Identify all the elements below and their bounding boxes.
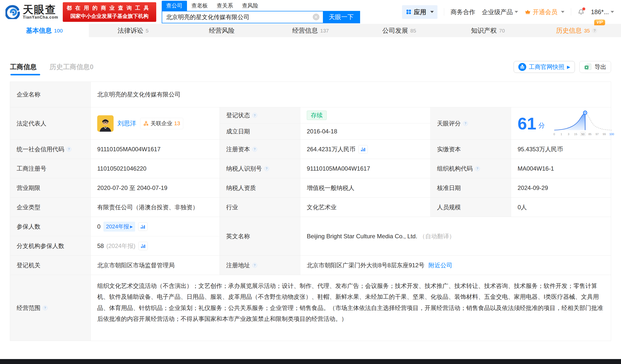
help-icon[interactable]: ? <box>252 263 257 268</box>
field-label: 行业 <box>220 198 300 217</box>
help-icon[interactable]: ? <box>592 28 597 33</box>
snapshot-label: 工商官网快照 <box>529 63 564 71</box>
related-companies-badge[interactable]: 关联企业 13 <box>140 118 183 129</box>
help-icon[interactable]: ? <box>264 166 269 171</box>
tab-label: 历史信息 <box>556 26 582 35</box>
divider <box>571 8 571 16</box>
account-menu[interactable]: 186*... <box>591 8 614 16</box>
nav-enterprise-products[interactable]: 企业级产品 <box>482 8 518 16</box>
tab-business-risk[interactable]: 经营风险 <box>177 24 266 37</box>
svg-text:100: 100 <box>609 132 614 135</box>
svg-text:85: 85 <box>588 132 591 135</box>
subtab-history-registration[interactable]: 历史工商信息0 <box>50 62 93 75</box>
logo-subtitle: TianYanCha.com <box>23 15 58 20</box>
business-term-value: 2020-07-20 至 2040-07-19 <box>91 178 220 197</box>
table-row: 企业名称 北京明亮的星文化传媒有限公司 <box>10 82 611 107</box>
tianyancha-company-page: 天眼查 TianYanCha.com 都在用的商业查询工具 国家中小企业发展子基… <box>0 0 621 364</box>
help-icon[interactable]: ? <box>252 113 257 118</box>
search-input[interactable] <box>162 11 313 23</box>
english-name-value: Beijing Bright Star Culture Media Co., L… <box>300 217 611 255</box>
chevron-down-icon <box>611 11 614 13</box>
score-unit: 分 <box>538 121 545 130</box>
legal-rep-name-link[interactable]: 刘思洋 <box>118 119 136 127</box>
subtab-business-registration[interactable]: 工商信息 <box>10 62 37 75</box>
search-tab-risk[interactable]: 查风险 <box>238 1 263 11</box>
enterprise-label: 企业级产品 <box>482 8 513 16</box>
tab-legal-proceedings[interactable]: 法律诉讼 5 <box>89 24 178 37</box>
search-tab-boss[interactable]: 查老板 <box>187 1 212 11</box>
svg-text:99: 99 <box>603 132 606 135</box>
help-icon[interactable]: ? <box>475 166 480 171</box>
tab-count: 35 <box>584 28 590 34</box>
org-code-value: MA004W16-1 <box>511 159 611 178</box>
nav-cooperation[interactable]: 商务合作 <box>451 8 475 16</box>
tab-intellectual-property[interactable]: 知识产权 70 <box>444 24 532 37</box>
help-icon[interactable]: ? <box>43 305 48 310</box>
arrow-right-icon: ▶ <box>567 64 570 70</box>
tab-count: 137 <box>320 28 329 34</box>
tab-history-info[interactable]: VIP 历史信息 35 ? <box>532 24 621 37</box>
status-badge: 存续 <box>307 111 327 120</box>
tab-count: 70 <box>499 28 505 34</box>
legal-rep-avatar[interactable] <box>97 115 114 132</box>
nearby-companies-link[interactable]: 附近公司 <box>429 261 452 269</box>
table-row: 法定代表人 刘思洋 <box>10 107 611 140</box>
help-icon[interactable]: ? <box>463 121 468 126</box>
branch-insured-trend-chart-icon[interactable] <box>138 242 148 250</box>
tab-business-info[interactable]: 经营信息 137 <box>266 24 355 37</box>
open-vip-button[interactable]: 开通会员 <box>525 8 564 16</box>
status-date-block: 登记状态 ? 存续 成立日期 2016-04-18 <box>220 107 431 139</box>
annual-report-badge[interactable]: 2024年报 ▶ <box>103 222 135 232</box>
reg-status-value: 存续 <box>300 107 431 123</box>
branch-insured-value: 58 (2024年报) <box>91 236 220 255</box>
table-row: 营业期限 2020-07-20 至 2040-07-19 纳税人资质 增值税一般… <box>10 178 611 198</box>
capital-trend-chart-icon[interactable] <box>358 145 368 153</box>
promo-banner-line2: 国家中小企业发展子基金旗下机构 <box>67 13 152 20</box>
official-snapshot-button[interactable]: 工商官网快照 ▶ <box>514 61 575 73</box>
search-tabs: 查公司 查老板 查关系 查风险 <box>162 1 360 11</box>
vip-label: 开通会员 <box>533 8 558 16</box>
field-label: 企业类型 <box>10 198 91 217</box>
insured-trend-chart-icon[interactable] <box>138 222 148 231</box>
excel-icon <box>584 63 592 71</box>
svg-text:0: 0 <box>553 132 555 135</box>
notification-dot <box>582 7 585 10</box>
top-nav: 应用 商务合作 企业级产品 开通会员 <box>402 5 614 19</box>
tianyancha-logo[interactable]: 天眼查 TianYanCha.com <box>5 4 58 20</box>
help-icon[interactable]: ? <box>252 147 257 152</box>
tab-basic-info[interactable]: 基本信息 100 <box>0 24 89 37</box>
grid-icon <box>406 9 412 15</box>
insured-block: 参保人数 0 2024年报 ▶ <box>10 217 220 255</box>
help-icon[interactable]: ? <box>66 147 71 152</box>
apps-label: 应用 <box>414 8 426 16</box>
subtab-bar: 工商信息 历史工商信息0 工商官网快照 ▶ <box>10 61 611 75</box>
field-label: 天眼评分 ? <box>431 107 511 139</box>
company-type-value: 有限责任公司（港澳台投资、非独资） <box>91 198 220 217</box>
tab-label: 公司发展 <box>382 26 408 35</box>
reg-number-value: 110105021046220 <box>91 159 220 178</box>
search-button[interactable]: 天眼一下 <box>323 11 360 23</box>
search-tab-company[interactable]: 查公司 <box>162 1 187 11</box>
export-button[interactable]: 导出 <box>579 61 611 73</box>
table-row: 登记机关 北京市朝阳区市场监督管理局 注册地址 ? 北京市朝阳区广渠门外大街8号… <box>10 256 611 275</box>
reg-authority-value: 北京市朝阳区市场监督管理局 <box>91 256 220 275</box>
account-phone: 186*... <box>591 8 609 16</box>
svg-text:15: 15 <box>574 132 577 135</box>
tab-company-development[interactable]: 公司发展 85 <box>355 24 444 37</box>
field-label: 实缴资本 <box>431 140 511 159</box>
clear-search-icon[interactable]: ✕ <box>313 14 319 20</box>
search-tab-relation[interactable]: 查关系 <box>212 1 238 11</box>
tab-count: 85 <box>410 28 416 34</box>
tianyancha-logo-icon <box>5 5 20 19</box>
svg-text:50: 50 <box>581 132 585 135</box>
apps-menu-button[interactable]: 应用 <box>402 5 437 19</box>
search-area: 查公司 查老板 查关系 查风险 ✕ 天眼一下 <box>162 1 360 23</box>
field-label: 经营范围 ? <box>10 275 91 341</box>
field-label: 分支机构参保人数 <box>10 236 91 255</box>
tab-label: 经营风险 <box>209 26 235 35</box>
subtab-actions: 工商官网快照 ▶ 导出 <box>514 61 611 75</box>
notifications-bell-icon[interactable] <box>578 8 585 15</box>
business-info-table: 企业名称 北京明亮的星文化传媒有限公司 法定代表人 <box>10 82 611 341</box>
stamp-icon <box>518 63 526 71</box>
score-distribution-chart: 0 1 3 15 50 85 97 99 100 <box>550 110 615 137</box>
